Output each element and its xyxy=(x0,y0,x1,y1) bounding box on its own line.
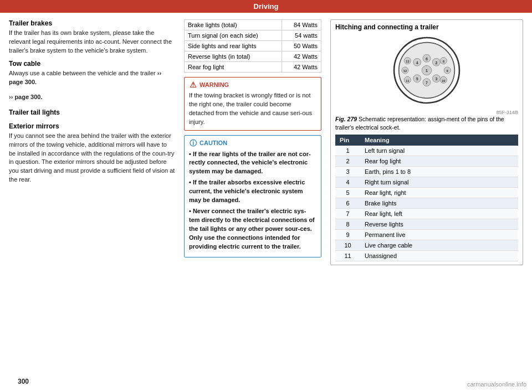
svg-text:11: 11 xyxy=(406,79,410,82)
power-label: Reverse lights (in total) xyxy=(185,51,282,62)
pin-table-row: 4Right turn signal xyxy=(335,177,518,188)
left-column: Trailer brakes If the trailer has its ow… xyxy=(9,19,175,385)
watermark: carmanualsonline.info xyxy=(467,381,526,388)
pin-number: 6 xyxy=(335,198,360,209)
power-table-row: Turn signal (on each side)54 watts xyxy=(185,30,321,41)
power-value: 42 Watts xyxy=(282,62,321,73)
pin-number: 10 xyxy=(335,240,360,251)
electricity-consumption-body: If you cannot see the area behind the tr… xyxy=(9,132,175,185)
svg-text:4: 4 xyxy=(416,61,418,65)
power-table: Brake lights (total)84 WattsTurn signal … xyxy=(184,19,321,73)
pin-number: 11 xyxy=(335,251,360,261)
svg-text:6: 6 xyxy=(426,57,428,61)
pin-meaning: Left turn signal xyxy=(360,146,518,156)
warning-triangle-icon: ⚠ xyxy=(189,81,197,89)
pin-meaning: Rear light, left xyxy=(360,209,518,219)
power-table-row: Rear fog light42 Watts xyxy=(185,62,321,73)
svg-text:3: 3 xyxy=(435,77,437,81)
svg-text:1: 1 xyxy=(426,68,428,73)
power-table-row: Reverse lights (in total)42 Watts xyxy=(185,51,321,62)
power-label: Side lights and rear lights xyxy=(185,41,282,51)
trailer-brakes-title: Trailer brakes xyxy=(9,19,175,27)
caution-box: ⓘ CAUTION • If the rear lights of the tr… xyxy=(184,135,321,257)
svg-text:12: 12 xyxy=(403,69,407,73)
pin-number: 5 xyxy=(335,188,360,198)
pin-table-row: 8Reverse lights xyxy=(335,219,518,230)
pin-table-row: 3Earth, pins 1 to 8 xyxy=(335,167,518,177)
right-column: Hitching and connecting a trailer 1 2 3 xyxy=(330,19,523,385)
pin-meaning: Unassigned xyxy=(360,251,518,261)
hitching-box: Hitching and connecting a trailer 1 2 3 xyxy=(330,19,523,265)
pin-table-row: 7Rear light, left xyxy=(335,209,518,219)
caution-bullets: • If the rear lights of the trailer are … xyxy=(189,150,316,251)
electricity-consumption-title: Exterior mirrors xyxy=(9,122,175,130)
pin-number: 4 xyxy=(335,177,360,188)
image-ref: 85F-314B xyxy=(335,110,518,115)
pin-meaning: Right turn signal xyxy=(360,177,518,188)
connector-diagram: 1 2 3 4 5 6 xyxy=(391,34,463,106)
trailer-brakes-body: If the trailer has its own brake system,… xyxy=(9,29,175,55)
power-value: 54 watts xyxy=(282,30,321,41)
svg-text:5: 5 xyxy=(416,77,418,81)
warning-text: If the towing bracket is wrongly fitted … xyxy=(189,91,316,127)
pin-meaning: Earth, pins 1 to 8 xyxy=(360,167,518,177)
pin-meaning: Rear fog light xyxy=(360,156,518,167)
exterior-mirrors-title: Trailer tail lights xyxy=(9,109,175,116)
svg-text:7: 7 xyxy=(426,81,428,85)
pin-table-row: 1Left turn signal xyxy=(335,146,518,156)
pin-number: 3 xyxy=(335,167,360,177)
power-label: Turn signal (on each side) xyxy=(185,30,282,41)
caution-bullet: • Never connect the trailer's electric s… xyxy=(189,207,316,251)
tow-cable-body: Always use a cable between the vehicle a… xyxy=(9,69,175,87)
power-table-row: Brake lights (total)84 Watts xyxy=(185,20,321,30)
pin-meaning: Rear light, right xyxy=(360,188,518,198)
trailer-tail-lights-body1: ›› page 300. xyxy=(9,93,175,102)
pin-table-header-pin: Pin xyxy=(335,135,360,146)
pin-table-row: 9Permanent live xyxy=(335,230,518,240)
pin-number: 7 xyxy=(335,209,360,219)
pin-table-header-meaning: Meaning xyxy=(360,135,518,146)
caution-bullet: • If the rear lights of the trailer are … xyxy=(189,150,316,177)
power-value: 50 Watts xyxy=(282,41,321,51)
warning-header: ⚠ WARNING xyxy=(189,81,316,89)
svg-text:13: 13 xyxy=(406,60,410,63)
middle-column: Brake lights (total)84 WattsTurn signal … xyxy=(184,19,321,385)
caution-bullet: • If the trailer absorbs excessive elect… xyxy=(189,178,316,205)
fig-caption: Fig. 279 Schematic representation: assig… xyxy=(335,115,518,131)
tow-cable-title: Tow cable xyxy=(9,60,175,68)
power-label: Brake lights (total) xyxy=(185,20,282,30)
svg-text:2: 2 xyxy=(435,61,437,65)
caution-icon: ⓘ xyxy=(189,140,197,147)
fig-label: Fig. 279 xyxy=(335,116,357,122)
pin-number: 2 xyxy=(335,156,360,167)
hitching-title: Hitching and connecting a trailer xyxy=(335,23,518,31)
power-value: 84 Watts xyxy=(282,20,321,30)
warning-box: ⚠ WARNING If the towing bracket is wrong… xyxy=(184,77,321,131)
pin-table-row: 10Live charge cable xyxy=(335,240,518,251)
pin-table-row: 2Rear fog light xyxy=(335,156,518,167)
power-label: Rear fog light xyxy=(185,62,282,73)
pin-meaning: Brake lights xyxy=(360,198,518,209)
pin-number: 9 xyxy=(335,230,360,240)
pin-table-row: 5Rear light, right xyxy=(335,188,518,198)
page-number: 300 xyxy=(9,375,175,385)
pin-number: 8 xyxy=(335,219,360,230)
top-bar: Driving xyxy=(0,0,532,13)
svg-text:10: 10 xyxy=(442,79,446,82)
pin-meaning: Reverse lights xyxy=(360,219,518,230)
top-bar-label: Driving xyxy=(254,2,279,11)
pin-meaning: Live charge cable xyxy=(360,240,518,251)
page: Driving Trailer brakes If the trailer ha… xyxy=(0,0,532,392)
caution-header: ⓘ CAUTION xyxy=(189,139,316,147)
power-table-row: Side lights and rear lights50 Watts xyxy=(185,41,321,51)
pin-table: Pin Meaning 1Left turn signal2Rear fog l… xyxy=(335,135,518,261)
pin-meaning: Permanent live xyxy=(360,230,518,240)
pin-number: 1 xyxy=(335,146,360,156)
pin-table-row: 6Brake lights xyxy=(335,198,518,209)
power-value: 42 Watts xyxy=(282,51,321,62)
pin-table-row: 11Unassigned xyxy=(335,251,518,261)
content-area: Trailer brakes If the trailer has its ow… xyxy=(0,13,532,392)
